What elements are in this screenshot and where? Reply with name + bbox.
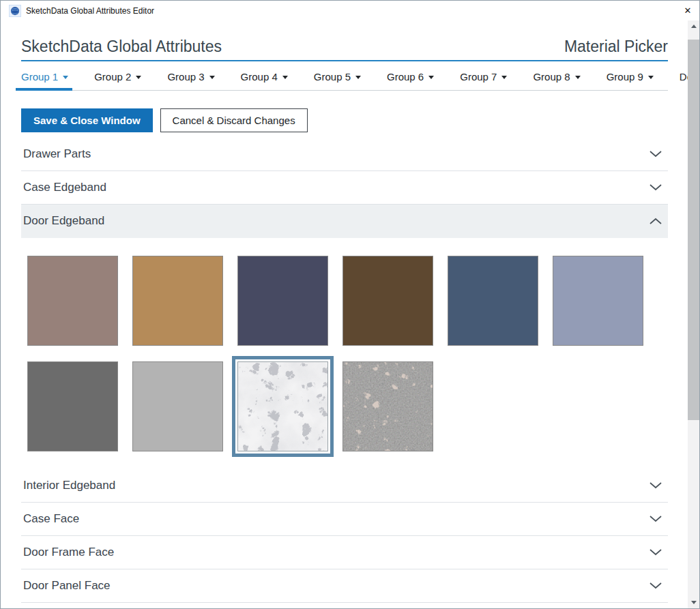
save-close-button[interactable]: Save & Close Window [21,108,153,132]
accordion-sections: Drawer Parts Case Edgeband Door Edgeband [21,138,668,603]
chevron-down-icon [650,582,662,589]
section-door-panel-face[interactable]: Door Panel Face [21,569,668,603]
marble-texture [238,362,327,451]
group-tabs: Group 1 Group 2 Group 3 Group 4 Group 5 … [21,65,668,91]
material-swatch-mauve-brown[interactable] [27,256,118,346]
tab-group-8[interactable]: Group 8 [533,65,580,90]
section-label: Case Edgeband [23,181,106,194]
vertical-scrollbar[interactable] [688,20,699,608]
chevron-down-icon [650,549,662,556]
section-door-edgeband[interactable]: Door Edgeband [21,205,668,238]
app-window: SketchData Global Attributes Editor ✕ Sk… [0,0,700,609]
material-swatch-light-gray[interactable] [132,361,223,451]
scrollbar-thumb[interactable] [688,40,699,420]
action-buttons: Save & Close Window Cancel & Discard Cha… [21,108,668,132]
section-label: Door Panel Face [23,579,111,593]
section-label: Door Frame Face [23,546,114,559]
title-bar: SketchData Global Attributes Editor ✕ [1,1,699,20]
tab-group-7[interactable]: Group 7 [460,65,507,90]
caret-down-icon [501,76,507,79]
section-label: Drawer Parts [23,147,91,161]
material-swatch-dark-slate-navy[interactable] [237,256,328,346]
tab-group-9[interactable]: Group 9 [607,65,654,90]
tab-group-4[interactable]: Group 4 [241,65,288,90]
tab-defaults[interactable]: Defaults [680,65,688,90]
page-subtitle: Material Picker [564,35,668,57]
app-logo-icon [9,5,21,17]
material-swatch-dark-brown[interactable] [342,256,433,346]
section-case-face[interactable]: Case Face [21,503,668,536]
section-label: Door Edgeband [23,214,104,228]
globe-sphere-icon [10,6,20,16]
scroll-down-arrow-icon [691,601,697,604]
caret-down-icon [648,76,654,79]
chevron-down-icon [650,151,662,158]
material-swatch-grid [27,256,668,451]
material-swatch-steel-blue[interactable] [448,256,538,346]
cancel-discard-button[interactable]: Cancel & Discard Changes [160,108,308,132]
tab-label: Defaults [680,71,688,83]
tab-label: Group 4 [241,71,278,83]
tab-label: Group 7 [460,71,497,83]
tab-label: Group 1 [21,71,58,83]
tab-label: Group 9 [607,71,643,83]
caret-down-icon [282,76,288,79]
chevron-down-icon [650,516,662,522]
chevron-up-icon [650,218,662,224]
tab-label: Group 8 [533,71,570,83]
scroll-down-button[interactable] [688,597,699,608]
caret-down-icon [63,76,68,79]
door-edgeband-panel [21,238,668,469]
content-area: SketchData Global Attributes Material Pi… [1,20,688,608]
scroll-up-arrow-icon [691,25,697,28]
section-label: Case Face [23,512,79,526]
scroll-up-button[interactable] [688,20,699,32]
tab-group-1[interactable]: Group 1 [21,65,68,90]
material-swatch-periwinkle-gray[interactable] [553,256,643,346]
tab-group-2[interactable]: Group 2 [94,65,141,90]
tab-group-3[interactable]: Group 3 [167,65,214,90]
chevron-down-icon [650,482,662,489]
granite-texture [343,362,433,451]
chevron-down-icon [650,184,662,191]
tab-group-6[interactable]: Group 6 [387,65,434,90]
material-swatch-white-marble[interactable] [237,361,328,451]
page-header: SketchData Global Attributes Material Pi… [21,35,668,61]
caret-down-icon [355,76,361,79]
section-drawer-parts[interactable]: Drawer Parts [21,138,668,171]
caret-down-icon [575,76,581,79]
close-button[interactable]: ✕ [676,1,699,20]
section-door-frame-face[interactable]: Door Frame Face [21,536,668,569]
section-interior-edgeband[interactable]: Interior Edgeband [21,469,668,503]
section-label: Interior Edgeband [23,479,115,492]
material-swatch-camel-tan[interactable] [132,256,223,346]
window-title: SketchData Global Attributes Editor [26,6,154,16]
page-title: SketchData Global Attributes [21,35,222,57]
material-swatch-dark-gray[interactable] [27,361,118,451]
tab-group-5[interactable]: Group 5 [314,65,361,90]
tab-label: Group 6 [387,71,424,83]
tab-label: Group 2 [94,71,131,83]
section-case-edgeband[interactable]: Case Edgeband [21,171,668,205]
caret-down-icon [136,76,141,79]
caret-down-icon [209,76,215,79]
tab-label: Group 5 [314,71,351,83]
tab-label: Group 3 [167,71,204,83]
caret-down-icon [428,76,434,79]
material-swatch-gray-granite[interactable] [342,361,433,451]
